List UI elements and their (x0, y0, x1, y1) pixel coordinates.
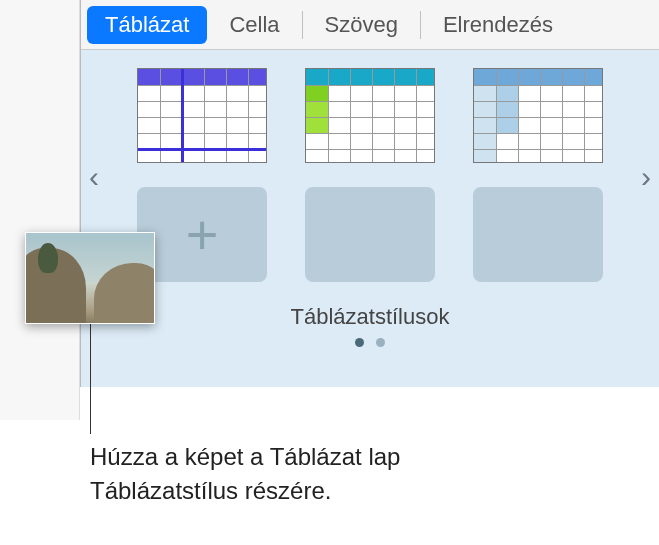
tab-table[interactable]: Táblázat (87, 6, 207, 44)
next-arrow-icon[interactable]: › (641, 160, 651, 194)
tab-cell[interactable]: Cella (207, 2, 301, 48)
page-dot[interactable] (376, 338, 385, 347)
tab-layout[interactable]: Elrendezés (421, 2, 575, 48)
prev-arrow-icon[interactable]: ‹ (89, 160, 99, 194)
caption-line2: Táblázatstílus részére. (90, 477, 331, 504)
callout-caption: Húzza a képet a Táblázat lap Táblázatstí… (90, 440, 400, 507)
tab-text[interactable]: Szöveg (303, 2, 420, 48)
tab-bar: Táblázat Cella Szöveg Elrendezés (81, 0, 659, 50)
empty-style-slot[interactable] (305, 187, 435, 282)
styles-section-label: Táblázatstílusok (81, 304, 659, 330)
page-dots (81, 338, 659, 347)
caption-line1: Húzza a képet a Táblázat lap (90, 443, 400, 470)
table-styles-area: ‹ › (81, 50, 659, 387)
style-slots-row: + (81, 163, 659, 282)
format-inspector-panel: Táblázat Cella Szöveg Elrendezés ‹ › (80, 0, 659, 387)
callout-line (90, 324, 91, 434)
table-style-thumb-3[interactable] (473, 68, 603, 163)
style-thumbnails-row (81, 68, 659, 163)
dragged-image-thumbnail[interactable] (25, 232, 155, 324)
table-style-thumb-1[interactable] (137, 68, 267, 163)
table-style-thumb-2[interactable] (305, 68, 435, 163)
add-style-slot[interactable]: + (137, 187, 267, 282)
left-gutter (0, 0, 80, 420)
plus-icon: + (186, 207, 219, 263)
page-dot[interactable] (355, 338, 364, 347)
empty-style-slot[interactable] (473, 187, 603, 282)
